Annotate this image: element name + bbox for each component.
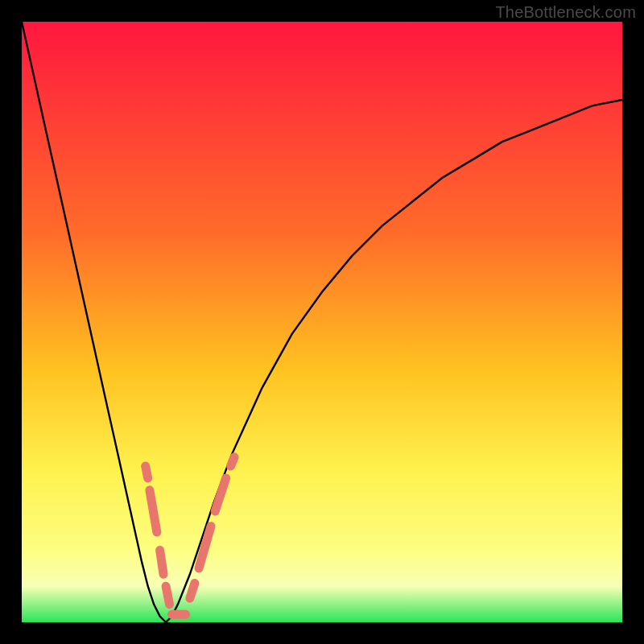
gradient-background [22,22,622,622]
chart-svg [22,22,622,622]
dash-segment [166,586,169,604]
plot-area [22,22,622,622]
watermark-label: TheBottleneck.com [495,3,636,22]
dash-segment [190,584,195,599]
dash-segment [231,457,234,466]
outer-frame: TheBottleneck.com [0,0,644,644]
dash-segment [146,466,148,478]
dash-segment [160,550,163,574]
